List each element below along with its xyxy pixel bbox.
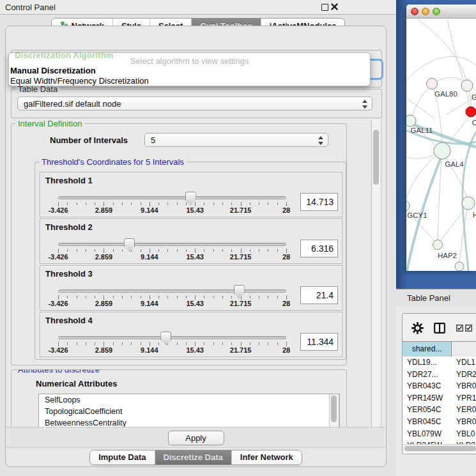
slider-track[interactable] xyxy=(58,243,286,246)
slider-tick-label: 15.43 xyxy=(186,253,204,261)
scrollbar-thumb[interactable] xyxy=(373,130,379,185)
cell-name[interactable]: YLR3 xyxy=(452,440,476,444)
slider-tick xyxy=(95,296,95,298)
scrollbar-thumb[interactable] xyxy=(331,395,337,422)
checkbox-checked-icon[interactable] xyxy=(465,325,472,332)
column-header-name[interactable]: na xyxy=(452,342,476,357)
attribute-list-item[interactable]: SelfLoops xyxy=(39,394,339,406)
table-data-selected: galFiltered.sif default node xyxy=(24,99,121,109)
cell-shared-name[interactable]: YBR043C xyxy=(403,380,452,392)
table-row[interactable]: YBR045CYBR0 xyxy=(403,416,476,428)
cell-name[interactable]: YER0 xyxy=(452,404,476,416)
table-row[interactable]: YLR345WYLR3 xyxy=(403,440,476,444)
slider-tick-label: 2.859 xyxy=(95,206,113,214)
attributes-scrollbar[interactable] xyxy=(329,394,339,431)
column-layout-icon[interactable] xyxy=(434,323,445,334)
manual-discretization-option[interactable]: Manual Discretization xyxy=(10,66,96,75)
cell-shared-name[interactable]: YDL19... xyxy=(403,357,452,369)
threshold-panel-2: Threshold 2-3.4262.8599.14415.4321.71528… xyxy=(40,219,342,264)
slider-tick xyxy=(213,296,214,298)
network-node-c[interactable] xyxy=(466,107,476,117)
close-icon[interactable] xyxy=(331,3,338,10)
network-edge[interactable] xyxy=(406,151,442,203)
table-hscrollbar[interactable] xyxy=(403,444,476,452)
network-node-gal80[interactable] xyxy=(427,79,438,89)
equal-width-frequency-option[interactable]: Equal Width/Frequency Discretization xyxy=(10,76,149,86)
cell-name[interactable]: YBR0 xyxy=(452,380,476,392)
table-data-combobox[interactable]: galFiltered.sif default node xyxy=(17,96,372,111)
cell-shared-name[interactable]: YLR345W xyxy=(403,440,452,444)
cell-name[interactable]: YDL1 xyxy=(452,357,476,369)
cell-shared-name[interactable]: YBR045C xyxy=(403,416,452,428)
network-node-hap2[interactable] xyxy=(433,240,443,250)
gear-icon[interactable] xyxy=(411,322,424,334)
slider-tick xyxy=(213,203,214,205)
cell-shared-name[interactable]: YPR145W xyxy=(403,392,452,404)
slider-tick xyxy=(195,342,196,346)
slider-tick xyxy=(259,203,259,205)
table-header-row: shared... na xyxy=(403,341,476,357)
network-edge[interactable] xyxy=(411,84,432,119)
network-canvas[interactable]: GAL80G.CGAL11GAL4GCY1HHAP2 xyxy=(406,18,476,271)
cell-name[interactable]: YBR0 xyxy=(452,416,476,428)
checkbox-checked-icon[interactable] xyxy=(456,325,463,332)
tab-infer-network[interactable]: Infer Network xyxy=(232,450,302,464)
slider-thumb[interactable] xyxy=(124,238,135,252)
table-row[interactable]: YDL19...YDL1 xyxy=(403,357,476,369)
table-row[interactable]: YDR27...YDR2 xyxy=(403,369,476,381)
tab-impute-data[interactable]: Impute Data xyxy=(90,450,155,464)
slider-track[interactable] xyxy=(58,336,286,339)
slider-track[interactable] xyxy=(58,196,286,199)
cell-name[interactable]: YBL0 xyxy=(452,428,476,440)
table-row[interactable]: YER054CYER0 xyxy=(403,404,476,416)
minimize-traffic-light[interactable] xyxy=(422,8,429,15)
node-label: GAL80 xyxy=(434,90,457,98)
network-node-h[interactable] xyxy=(462,197,475,210)
threshold-value-field[interactable]: 21.4 xyxy=(300,286,338,304)
scrollbar-thumb[interactable] xyxy=(404,446,476,451)
slider-tick xyxy=(141,203,141,205)
threshold-value-field[interactable]: 6.316 xyxy=(300,240,338,257)
network-node-gal11[interactable] xyxy=(406,115,416,127)
threshold-value-field[interactable]: 11.344 xyxy=(300,333,338,351)
table-row[interactable]: YBR043CYBR0 xyxy=(403,380,476,392)
threshold-value-field[interactable]: 14.713 xyxy=(300,193,338,211)
table-row[interactable]: YBL079WYBL0 xyxy=(403,428,476,440)
cell-shared-name[interactable]: YER054C xyxy=(403,404,452,416)
network-node-g-[interactable] xyxy=(461,80,473,91)
cell-shared-name[interactable]: YBL079W xyxy=(403,428,452,440)
network-edge[interactable] xyxy=(416,18,467,83)
network-window-titlebar[interactable] xyxy=(406,4,476,19)
network-node-gcy1[interactable] xyxy=(406,201,410,211)
slider-track[interactable] xyxy=(58,289,286,293)
slider-tick xyxy=(113,296,114,298)
cell-name[interactable]: YPR1 xyxy=(452,392,476,404)
zoom-traffic-light[interactable] xyxy=(433,8,440,15)
tab-discretize-data[interactable]: Discretize Data xyxy=(155,450,232,464)
apply-button[interactable]: Apply xyxy=(168,431,224,445)
slider-thumb[interactable] xyxy=(160,332,171,345)
slider-tick xyxy=(259,296,259,298)
combo-spinner-icon xyxy=(317,135,323,146)
slider-tick xyxy=(95,249,95,252)
algorithm-dropdown-popup: Discretization Algorithm Select algorith… xyxy=(8,52,371,86)
slider-tick xyxy=(167,203,168,205)
cell-name[interactable]: YDR2 xyxy=(452,369,476,381)
algorithm-hint-option[interactable]: Select algorithm to view settings xyxy=(9,56,370,66)
network-node[interactable] xyxy=(455,262,464,271)
number-of-intervals-combobox[interactable]: 5 xyxy=(144,133,328,147)
slider-thumb[interactable] xyxy=(185,192,196,205)
slider-thumb[interactable] xyxy=(234,285,245,298)
panel-vscrollbar[interactable] xyxy=(371,119,381,427)
slider-tick xyxy=(277,203,278,205)
slider-tick xyxy=(150,249,150,253)
attribute-list-item[interactable]: TopologicalCoefficient xyxy=(39,406,339,417)
column-header-shared[interactable]: shared... xyxy=(403,342,452,357)
slider-tick xyxy=(286,202,287,206)
cell-shared-name[interactable]: YDR27... xyxy=(403,369,452,381)
slider-tick xyxy=(186,249,187,252)
close-traffic-light[interactable] xyxy=(411,8,418,15)
float-panel-icon[interactable] xyxy=(321,4,328,11)
network-node-gal4[interactable] xyxy=(434,142,450,159)
table-row[interactable]: YPR145WYPR1 xyxy=(403,392,476,404)
